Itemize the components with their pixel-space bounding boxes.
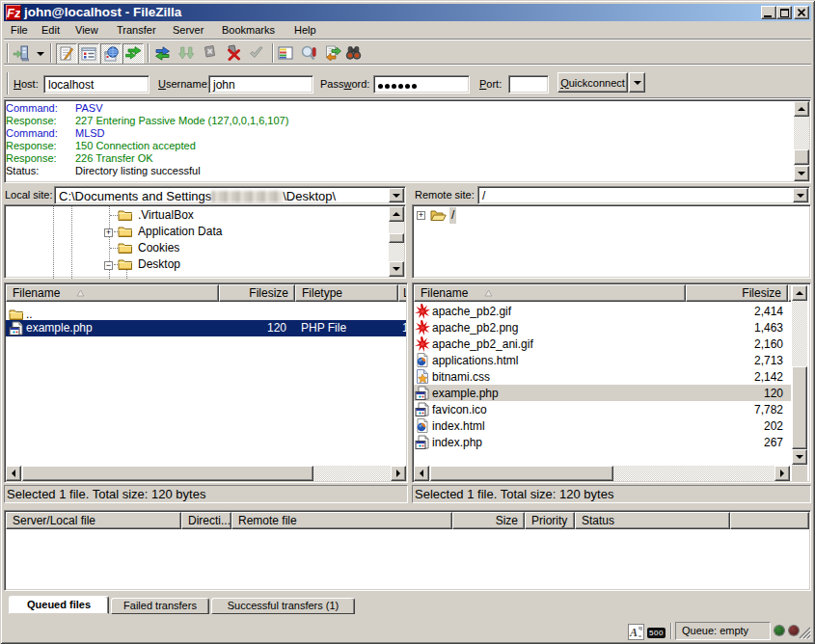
svg-text:A: A — [629, 626, 638, 639]
svg-text:Fz: Fz — [7, 6, 20, 19]
